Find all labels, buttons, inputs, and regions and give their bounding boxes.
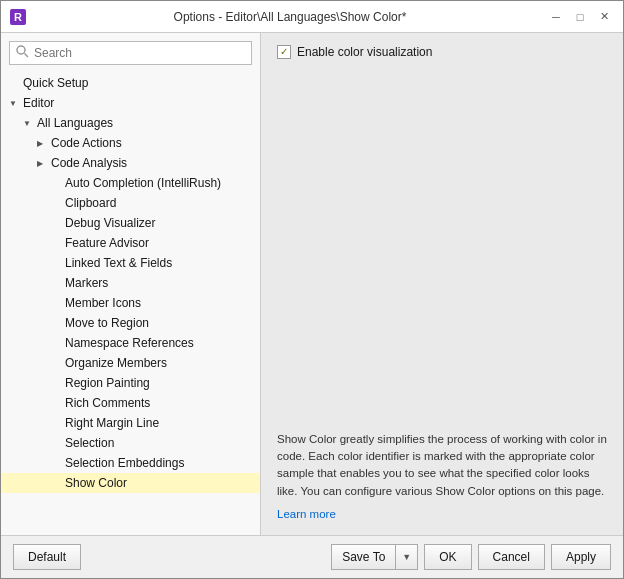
window-controls: ─ □ ✕ <box>545 7 615 27</box>
ok-button[interactable]: OK <box>424 544 471 570</box>
maximize-button[interactable]: □ <box>569 7 591 27</box>
bottom-bar: Default Save To ▼ OK Cancel Apply <box>1 535 623 578</box>
save-to-arrow-icon[interactable]: ▼ <box>396 545 417 569</box>
tree-item-linked-text[interactable]: Linked Text & Fields <box>1 253 260 273</box>
default-button[interactable]: Default <box>13 544 81 570</box>
search-box[interactable] <box>9 41 252 65</box>
check-mark: ✓ <box>280 47 288 57</box>
svg-line-3 <box>25 54 29 58</box>
tree-item-label: Quick Setup <box>23 76 88 90</box>
tree-item-label: Namespace References <box>65 336 194 350</box>
tree-item-selection-embeddings[interactable]: Selection Embeddings <box>1 453 260 473</box>
tree-item-move-to-region[interactable]: Move to Region <box>1 313 260 333</box>
app-icon: R <box>9 8 27 26</box>
tree-item-label: Feature Advisor <box>65 236 149 250</box>
tree-item-label: Move to Region <box>65 316 149 330</box>
options-dialog: R Options - Editor\All Languages\Show Co… <box>0 0 624 579</box>
tree-item-label: Code Analysis <box>51 156 127 170</box>
tree-item-code-actions[interactable]: Code Actions <box>1 133 260 153</box>
tree-item-label: Auto Completion (IntelliRush) <box>65 176 221 190</box>
content-area: Quick Setup Editor All Languages <box>1 33 623 535</box>
tree-item-label: Organize Members <box>65 356 167 370</box>
tree-item-feature-advisor[interactable]: Feature Advisor <box>1 233 260 253</box>
tree-item-selection[interactable]: Selection <box>1 433 260 453</box>
search-icon <box>16 45 29 61</box>
tree-item-all-languages[interactable]: All Languages <box>1 113 260 133</box>
save-to-button[interactable]: Save To ▼ <box>331 544 418 570</box>
tree-item-label: Editor <box>23 96 54 110</box>
cancel-button[interactable]: Cancel <box>478 544 545 570</box>
svg-point-2 <box>17 46 25 54</box>
enable-color-checkbox[interactable]: ✓ <box>277 45 291 59</box>
tree-item-clipboard[interactable]: Clipboard <box>1 193 260 213</box>
tree-item-code-analysis[interactable]: Code Analysis <box>1 153 260 173</box>
tree-item-namespace-references[interactable]: Namespace References <box>1 333 260 353</box>
tree-item-label: Debug Visualizer <box>65 216 156 230</box>
tree-item-label: Rich Comments <box>65 396 150 410</box>
tree-item-region-painting[interactable]: Region Painting <box>1 373 260 393</box>
info-box: Show Color greatly simplifies the proces… <box>277 431 607 523</box>
tree-item-label: Selection <box>65 436 114 450</box>
save-to-label: Save To <box>332 545 396 569</box>
tree-item-quick-setup[interactable]: Quick Setup <box>1 73 260 93</box>
learn-more-link[interactable]: Learn more <box>277 508 336 520</box>
tree-item-auto-completion[interactable]: Auto Completion (IntelliRush) <box>1 173 260 193</box>
checkbox-label: Enable color visualization <box>297 45 432 59</box>
window-title: Options - Editor\All Languages\Show Colo… <box>35 10 545 24</box>
options-section: ✓ Enable color visualization <box>277 45 607 59</box>
tree-item-label: Code Actions <box>51 136 122 150</box>
title-bar: R Options - Editor\All Languages\Show Co… <box>1 1 623 33</box>
tree-item-member-icons[interactable]: Member Icons <box>1 293 260 313</box>
tree-item-label: All Languages <box>37 116 113 130</box>
close-button[interactable]: ✕ <box>593 7 615 27</box>
tree-item-editor[interactable]: Editor <box>1 93 260 113</box>
right-spacer <box>277 71 607 431</box>
apply-button[interactable]: Apply <box>551 544 611 570</box>
minimize-button[interactable]: ─ <box>545 7 567 27</box>
tree-item-label: Selection Embeddings <box>65 456 184 470</box>
tree-item-debug-visualizer[interactable]: Debug Visualizer <box>1 213 260 233</box>
search-input[interactable] <box>34 46 245 60</box>
right-panel: ✓ Enable color visualization Show Color … <box>261 33 623 535</box>
tree-item-right-margin-line[interactable]: Right Margin Line <box>1 413 260 433</box>
tree-item-label: Show Color <box>65 476 127 490</box>
tree-item-markers[interactable]: Markers <box>1 273 260 293</box>
tree-item-organize-members[interactable]: Organize Members <box>1 353 260 373</box>
tree-item-rich-comments[interactable]: Rich Comments <box>1 393 260 413</box>
tree-item-label: Clipboard <box>65 196 116 210</box>
tree-container[interactable]: Quick Setup Editor All Languages <box>1 73 260 535</box>
tree-item-show-color[interactable]: Show Color <box>1 473 260 493</box>
svg-text:R: R <box>14 11 22 23</box>
tree-item-label: Markers <box>65 276 108 290</box>
tree-item-label: Linked Text & Fields <box>65 256 172 270</box>
left-panel: Quick Setup Editor All Languages <box>1 33 261 535</box>
description-text: Show Color greatly simplifies the proces… <box>277 431 607 500</box>
tree-item-label: Region Painting <box>65 376 150 390</box>
tree-item-label: Member Icons <box>65 296 141 310</box>
tree-item-label: Right Margin Line <box>65 416 159 430</box>
